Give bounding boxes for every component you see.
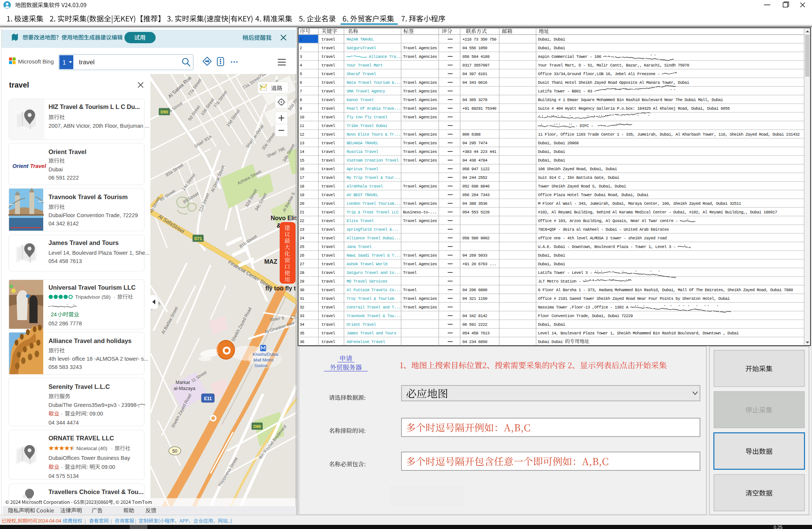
svg-text:Nicelocal (40): Nicelocal (40) (76, 446, 108, 451)
svg-text:Level 14, Boulevard Plaza Towe: Level 14, Boulevard Plaza Tower 1, She..… (48, 250, 150, 256)
svg-text:Satguru Travel and to...: Satguru Travel and to... (347, 271, 401, 275)
svg-text:travel: travel (321, 175, 335, 180)
svg-text:Nassima Tower ,Floor-13 ,Offic: Nassima Tower ,Floor-13 ,Office - 1302 A (538, 305, 629, 310)
svg-text:18: 18 (300, 184, 304, 189)
svg-text:travel: travel (321, 193, 335, 197)
svg-text:alrahhala travel: alrahhala travel (347, 184, 383, 189)
svg-text:30: 30 (300, 288, 304, 292)
svg-text:travel: travel (321, 279, 335, 284)
svg-text:office one - 4th level ALMOSA: office one - 4th level ALMOSA 2 tower - … (538, 236, 667, 240)
svg-text:11: 11 (300, 124, 304, 128)
svg-text:Travel Agencies: Travel Agencies (403, 305, 437, 310)
svg-text:Nata Travel Tourism &...: Nata Travel Tourism &... (347, 80, 401, 85)
svg-text:Elite Travel: Elite Travel (347, 219, 374, 223)
svg-text:36: 36 (300, 340, 304, 344)
svg-text:5: 5 (300, 72, 302, 76)
svg-text:35: 35 (300, 331, 304, 336)
svg-text:50: 50 (172, 449, 177, 454)
svg-text:travel: travel (321, 305, 335, 310)
svg-text:: 09:00: : 09:00 (86, 411, 103, 417)
svg-text:Station: Station (254, 363, 268, 368)
svg-text:04 575 5134: 04 575 5134 (48, 473, 79, 479)
svg-text:04 342 8142: 04 342 8142 (48, 221, 79, 227)
svg-text:4th level- office 18 -ALMOSA 2: 4th level- office 18 -ALMOSA 2 tower- s.… (48, 356, 148, 362)
svg-text:04 556 1050: 04 556 1050 (462, 46, 487, 50)
svg-text:8: 8 (300, 98, 302, 102)
svg-text:6: 6 (300, 80, 302, 85)
svg-text:#102, Al Reyami Building, behi: #102, Al Reyami Building, behind Al Kara… (538, 210, 777, 215)
svg-text:Vietnam Creation Travel: Vietnam Creation Travel (347, 158, 398, 163)
svg-text:04 321 1150: 04 321 1150 (462, 296, 487, 301)
svg-text:Travel Agencies: Travel Agencies (403, 54, 437, 59)
svg-text:travel: travel (321, 63, 335, 68)
svg-text:Travel Agencies: Travel Agencies (403, 296, 437, 301)
svg-text:23: 23 (300, 227, 304, 232)
svg-text:20: 20 (300, 201, 304, 206)
svg-text:+91 20 6763 ...: +91 20 6763 ... (462, 262, 496, 266)
svg-text:058 580 9002: 058 580 9002 (462, 236, 489, 240)
svg-text:Adrenaline Travel: Adrenaline Travel (347, 340, 385, 344)
svg-text:Dubai, Dubai: Dubai, Dubai (538, 46, 565, 50)
svg-text:1: 1 (63, 59, 66, 66)
svg-text:travel: travel (321, 184, 335, 189)
svg-text:travel: travel (321, 98, 335, 102)
svg-text:Trip & Treat Travel LLC: Trip & Treat Travel LLC (347, 210, 399, 215)
svg-text:springfield travel &...: springfield travel &... (347, 227, 398, 232)
svg-text:04 397 6161: 04 397 6161 (462, 72, 488, 76)
svg-text:Tribe Travel Dubai: Tribe Travel Dubai (347, 124, 388, 128)
svg-text:+216 73 350 750: +216 73 350 750 (462, 37, 496, 42)
svg-text:Microsoft Bing: Microsoft Bing (18, 58, 54, 65)
svg-text:- DIFC -: - DIFC - (575, 124, 593, 128)
svg-text:Travel Agencies: Travel Agencies (403, 132, 437, 137)
svg-text:Alliance Travel Dubai...: Alliance Travel Dubai... (347, 236, 401, 240)
svg-text:2007, ABN Victor, 20th Floor,: 2007, ABN Victor, 20th Floor, Burjuman .… (48, 123, 149, 129)
svg-text:Orient Travel: Orient Travel (48, 148, 86, 155)
svg-text:Travel: Travel (403, 288, 417, 292)
svg-text:London Travel Tourism...: London Travel Tourism... (347, 201, 401, 206)
svg-text:G Floor Al Barsha 1 - 373, Had: G Floor Al Barsha 1 - 373, Hadaeq Mohamm… (538, 288, 793, 292)
svg-text:14: 14 (300, 150, 304, 154)
svg-text:travel: travel (9, 81, 29, 89)
svg-text:DubaiThe Greens35w9+pv3 - 2399: DubaiThe Greens35w9+pv3 - 23998 , (48, 402, 139, 408)
svg-text:+383 44 223 441: +383 44 223 441 (462, 150, 497, 154)
svg-text:78C8+Q5F - deira al nakheel -: 78C8+Q5F - deira al nakheel - Dubai - Un… (538, 227, 669, 232)
svg-text:9: 9 (300, 106, 302, 111)
svg-text:travel: travel (321, 37, 335, 42)
svg-text:travel: travel (321, 210, 335, 215)
svg-text:32: 32 (300, 305, 304, 310)
svg-text:33: 33 (300, 314, 304, 318)
svg-text:travel: travel (79, 59, 95, 66)
svg-text:travel: travel (321, 158, 335, 163)
svg-text:SatguruTravel: SatguruTravel (347, 46, 376, 50)
svg-text:Ashok Travel World: Ashok Travel World (347, 262, 387, 266)
svg-text:ORNATE TRAVEL LLC: ORNATE TRAVEL LLC (48, 435, 114, 441)
svg-text:106 Sheikh Zayed Road, Dubai,: 106 Sheikh Zayed Road, Dubai, Dubai (538, 167, 617, 171)
svg-text:4: 4 (300, 63, 302, 68)
svg-text:34: 34 (300, 322, 304, 327)
svg-text:Alliance Travel and holidays: Alliance Travel and holidays (48, 337, 132, 344)
svg-text:Khalifa/Dubai: Khalifa/Dubai (253, 352, 278, 357)
svg-text:MAZAR TRAVEL: MAZAR TRAVEL (347, 37, 374, 42)
svg-text:James Travel and Tours: James Travel and Tours (347, 331, 396, 336)
svg-text:16: 16 (300, 167, 304, 171)
svg-text:MD Travel Services: MD Travel Services (347, 279, 387, 284)
svg-text:Dubai, Dubai: Dubai, Dubai (538, 253, 565, 258)
svg-text:·: · (61, 411, 63, 417)
svg-text:travel: travel (321, 219, 335, 223)
svg-text:Nawi Saadi Travel & T...: Nawi Saadi Travel & T... (347, 253, 401, 258)
svg-text:Travel Agencies: Travel Agencies (403, 158, 437, 163)
svg-text:Business-to-...: Business-to-... (403, 210, 437, 215)
svg-text:travel: travel (321, 245, 335, 249)
svg-text:Travel Agencies: Travel Agencies (403, 253, 437, 258)
svg-text:Jana Travel: Jana Travel (347, 245, 371, 249)
svg-text:travel: travel (321, 322, 335, 327)
svg-text:12: 12 (300, 132, 304, 137)
svg-text:Travnook Travel & Tourism: Travnook Travel & Tourism (48, 193, 128, 200)
svg-text:travel: travel (321, 314, 335, 318)
svg-text:17: 17 (300, 175, 304, 180)
svg-text:Latifa Tower - B801 - 03: Latifa Tower - B801 - 03 (538, 89, 592, 94)
svg-text:04 342 8142: 04 342 8142 (462, 314, 487, 318)
svg-text:Contrail Travel and T...: Contrail Travel and T... (347, 305, 401, 310)
svg-text:Office # 103, Arzoo Building,: Office # 103, Arzoo Building, Al Qusais,… (538, 219, 678, 223)
svg-text:travel: travel (321, 236, 335, 240)
